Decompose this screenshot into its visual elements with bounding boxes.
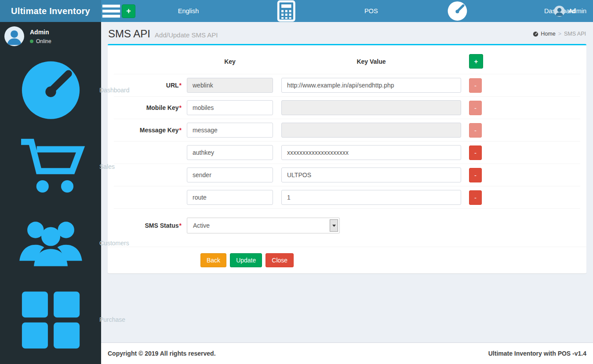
app-title: Ultimate Inventory — [11, 6, 90, 16]
key-input[interactable] — [187, 123, 273, 138]
field-label: Mobile Key — [146, 104, 179, 111]
breadcrumb-home-link[interactable]: Home — [533, 31, 555, 37]
field-label: URL — [166, 82, 179, 89]
key-input[interactable] — [187, 190, 273, 205]
remove-row-button[interactable]: - — [469, 168, 482, 182]
online-status-dot — [30, 40, 33, 43]
quick-add-button[interactable]: + — [122, 4, 135, 18]
form-row-url: URL* - — [114, 74, 580, 97]
nav-language-label: English — [178, 7, 199, 15]
sms-status-select[interactable]: Active — [187, 218, 340, 233]
grid-icon — [7, 287, 95, 353]
required-mark: * — [179, 82, 182, 89]
sidebar-item-sales: Sales — [0, 128, 101, 205]
key-input[interactable] — [187, 100, 273, 115]
main-header: Ultimate Inventory + English POS Dashboa… — [0, 0, 593, 22]
key-column-header: Key — [187, 58, 273, 65]
user-panel: Admin Online — [0, 22, 101, 52]
value-input[interactable] — [281, 167, 461, 182]
sidebar-toggle-button[interactable] — [101, 0, 121, 22]
close-button[interactable]: Close — [266, 253, 294, 267]
page-subtitle: Add/Update SMS API — [155, 31, 218, 39]
nav-user-label: Admin — [568, 7, 586, 15]
content-area: SMS API Add/Update SMS API Home > SMS AP… — [101, 22, 593, 342]
back-button[interactable]: Back — [200, 253, 226, 267]
value-input[interactable] — [281, 78, 461, 93]
breadcrumb-current: SMS API — [564, 31, 586, 37]
dashboard-icon — [7, 57, 95, 123]
sidebar-item-purchase: Purchase — [0, 281, 101, 358]
sidebar-item-label: Customers — [99, 240, 129, 247]
required-mark: * — [179, 127, 182, 134]
value-input — [281, 123, 461, 138]
page-footer: Copyright © 2019 All rights reserved. Ul… — [101, 342, 593, 364]
top-navbar: + English POS Dashboard Admin — [101, 0, 593, 22]
update-button[interactable]: Update — [230, 253, 262, 267]
breadcrumb-separator: > — [558, 31, 561, 37]
remove-row-button: - — [469, 101, 482, 115]
hamburger-icon — [101, 0, 121, 22]
remove-row-button[interactable]: - — [469, 190, 482, 205]
user-status-label: Online — [36, 38, 51, 44]
sidebar-user-name: Admin — [30, 29, 51, 36]
sidebar-item-dashboard: Dashboard — [0, 52, 101, 128]
app-logo[interactable]: Ultimate Inventory — [0, 0, 101, 22]
sms-api-panel: Key Key Value + URL* - Mobile Key* — [108, 44, 586, 273]
page-title: SMS API Add/Update SMS API — [108, 28, 218, 40]
application-window: Ultimate Inventory + English POS Dashboa… — [0, 0, 593, 364]
remove-row-button: - — [469, 123, 482, 138]
remove-row-button: - — [469, 78, 482, 93]
field-label: Message Key — [140, 127, 179, 134]
form-row-mobile-key: Mobile Key* - — [114, 97, 580, 119]
breadcrumb: Home > SMS API — [533, 31, 586, 37]
key-input — [187, 78, 273, 93]
add-row-button[interactable]: + — [469, 54, 483, 69]
key-input[interactable] — [187, 145, 273, 160]
remove-row-button[interactable]: - — [469, 146, 482, 160]
form-row-sender: - — [114, 164, 580, 186]
required-mark: * — [179, 104, 182, 111]
nav-pos[interactable]: POS — [205, 0, 367, 22]
sidebar-item-label: Purchase — [99, 316, 125, 323]
sidebar-user-avatar — [4, 26, 24, 46]
chevron-down-icon — [330, 219, 338, 232]
field-label: SMS Status — [145, 222, 179, 229]
nav-user-menu[interactable]: Admin — [547, 0, 593, 22]
sidebar-item-label: Dashboard — [99, 87, 130, 94]
value-input[interactable] — [281, 145, 461, 160]
cart-icon — [7, 134, 95, 200]
form-row-message-key: Message Key* - — [114, 119, 580, 142]
sms-status-selected-value: Active — [187, 222, 210, 229]
nav-dashboard[interactable]: Dashboard — [367, 0, 547, 22]
users-icon — [7, 210, 95, 276]
value-input[interactable] — [281, 190, 461, 205]
home-icon — [533, 31, 538, 37]
required-mark: * — [179, 222, 182, 229]
footer-copyright: Copyright © 2019 All rights reserved. — [108, 350, 216, 357]
user-avatar — [554, 6, 565, 17]
form-header-row: Key Key Value + — [114, 48, 580, 74]
page-title-text: SMS API — [108, 28, 150, 40]
sidebar-menu: Dashboard Sales Customers Purchase Suppl… — [0, 52, 101, 364]
sidebar-item-customers: Customers — [0, 205, 101, 281]
form-row-route: - — [114, 186, 580, 209]
sidebar-item-label: Sales — [99, 163, 115, 170]
nav-language[interactable]: English — [171, 0, 206, 22]
calculator-icon — [212, 0, 361, 22]
form-row-sms-status: SMS Status* Active — [114, 209, 580, 240]
user-status: Online — [30, 38, 51, 44]
content-header: SMS API Add/Update SMS API Home > SMS AP… — [108, 28, 586, 44]
footer-version: Ultimate Inventory with POS -v1.4 — [488, 350, 586, 357]
value-input — [281, 100, 461, 115]
sidebar: Admin Online Dashboard Sales Customers — [0, 22, 101, 364]
breadcrumb-home-label: Home — [541, 31, 555, 37]
panel-footer: Back Update Close — [108, 247, 586, 273]
dashboard-icon — [374, 0, 541, 22]
value-column-header: Key Value — [281, 58, 461, 65]
form-row-authkey: - — [114, 142, 580, 164]
sidebar-item-suppliers: Suppliers — [0, 358, 101, 364]
key-input[interactable] — [187, 167, 273, 182]
